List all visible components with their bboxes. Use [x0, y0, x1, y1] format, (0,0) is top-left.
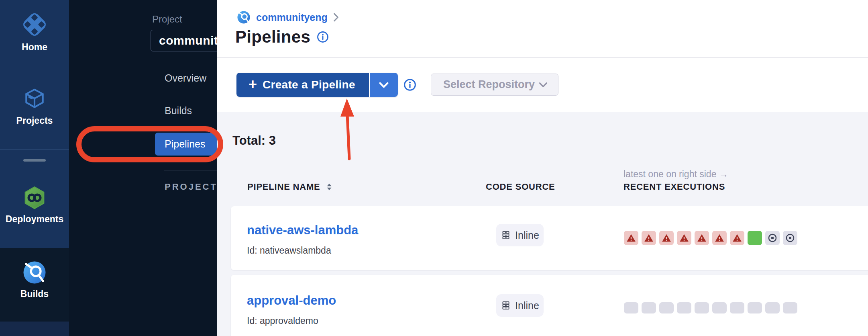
breadcrumb-chevron-icon [333, 13, 339, 22]
execution-status-failed[interactable] [642, 231, 656, 245]
recent-executions [624, 302, 797, 313]
page-title: Pipelines [235, 27, 310, 47]
execution-status-aborted[interactable] [783, 231, 797, 245]
sort-icon [325, 182, 333, 191]
module-deployments-label: Deployments [0, 214, 69, 225]
title-info-icon[interactable] [317, 31, 329, 43]
module-home-label: Home [0, 42, 69, 53]
execution-status-empty[interactable] [765, 302, 780, 313]
page-title-row: Pipelines [235, 27, 329, 47]
execution-status-failed[interactable] [624, 231, 638, 245]
project-nav-panel: Project communityeng Overview Builds Pip… [69, 0, 217, 336]
chevron-down-icon [539, 82, 548, 88]
projects-icon [22, 86, 47, 111]
create-pipeline-button[interactable]: + Create a Pipeline [236, 73, 369, 97]
code-source-label: Inline [515, 229, 539, 241]
execution-status-empty[interactable] [624, 302, 638, 313]
execution-status-failed[interactable] [712, 231, 727, 245]
rail-collapse-handle[interactable] [23, 159, 46, 162]
pipeline-name-link[interactable]: approval-demo [247, 293, 336, 308]
module-home[interactable]: Home [0, 11, 69, 53]
column-header-code-source: CODE SOURCE [486, 182, 555, 192]
create-pipeline-dropdown-toggle[interactable] [370, 73, 398, 97]
chevron-down-icon [379, 82, 389, 88]
execution-status-empty[interactable] [677, 302, 691, 313]
nav-item-overview-label: Overview [165, 72, 206, 84]
deployments-icon [22, 186, 47, 210]
rail-divider [0, 149, 69, 150]
module-rail: Home Projects Deployments [0, 0, 69, 336]
execution-status-empty[interactable] [642, 302, 656, 313]
pipeline-row[interactable]: approval-demo Id: approvaldemo Inline [231, 275, 868, 336]
execution-status-failed[interactable] [730, 231, 744, 245]
execution-status-empty[interactable] [659, 302, 674, 313]
module-projects-label: Projects [0, 115, 69, 126]
nav-item-pipelines-label: Pipelines [165, 138, 205, 150]
column-header-pipeline-name[interactable]: PIPELINE NAME [247, 182, 333, 192]
project-field-label: Project [152, 14, 182, 25]
executions-note: latest one on right side → [623, 169, 728, 180]
execution-status-aborted[interactable] [765, 231, 780, 245]
breadcrumb: communityeng [237, 10, 339, 24]
code-source-label: Inline [515, 300, 539, 311]
breadcrumb-project-link[interactable]: communityeng [256, 12, 328, 23]
create-pipeline-split-button: + Create a Pipeline [236, 73, 398, 97]
execution-status-failed[interactable] [659, 231, 674, 245]
execution-status-success[interactable] [748, 231, 762, 245]
execution-status-empty[interactable] [783, 302, 797, 313]
rail-bottom-section-bg [0, 322, 69, 336]
execution-status-empty[interactable] [748, 302, 762, 313]
module-projects[interactable]: Projects [0, 86, 69, 126]
execution-status-empty[interactable] [712, 302, 727, 313]
repository-select-placeholder: Select Repository [443, 78, 535, 91]
nav-item-builds-label: Builds [165, 105, 192, 117]
column-header-recent-executions: RECENT EXECUTIONS [623, 182, 725, 192]
ci-module-icon [237, 10, 251, 24]
execution-status-failed[interactable] [695, 231, 709, 245]
code-source-badge: Inline [496, 224, 544, 246]
pipeline-id: Id: nativeawslambda [247, 245, 331, 256]
inline-store-icon [501, 300, 511, 311]
code-source-badge: Inline [496, 294, 544, 317]
pipeline-name-link[interactable]: native-aws-lambda [247, 223, 358, 238]
header-divider [217, 57, 868, 58]
create-pipeline-label: Create a Pipeline [263, 78, 355, 91]
pipeline-id: Id: approvaldemo [247, 316, 318, 326]
builds-icon [22, 260, 47, 285]
pipeline-row[interactable]: native-aws-lambda Id: nativeawslambda In… [231, 206, 868, 270]
execution-status-failed[interactable] [677, 231, 691, 245]
total-count: Total: 3 [232, 133, 276, 148]
module-builds[interactable]: Builds [0, 260, 69, 299]
home-icon [21, 11, 48, 38]
pipeline-name-header-label: PIPELINE NAME [247, 182, 320, 192]
execution-status-empty[interactable] [730, 302, 744, 313]
repository-select[interactable]: Select Repository [431, 74, 558, 96]
execution-status-empty[interactable] [695, 302, 709, 313]
inline-store-icon [501, 230, 511, 240]
create-info-icon[interactable] [403, 78, 416, 91]
recent-executions [624, 231, 797, 245]
module-deployments[interactable]: Deployments [0, 186, 69, 225]
module-builds-label: Builds [0, 289, 69, 299]
